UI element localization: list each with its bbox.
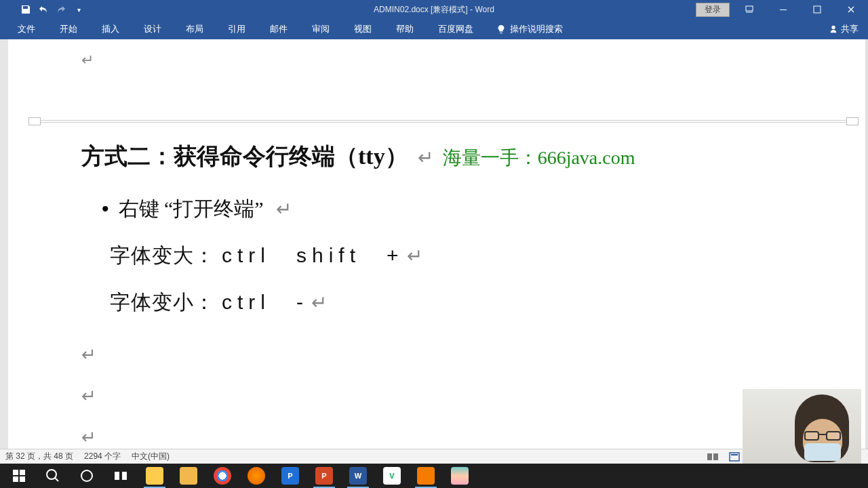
svg-rect-5 (731, 454, 738, 455)
shortcut-keys: ctrl - (222, 289, 309, 317)
heading-line: 方式二：获得命令行终端（tty） ↵ 海量一手：666java.com (81, 141, 825, 172)
svg-point-7 (47, 470, 56, 479)
share-icon (829, 24, 838, 34)
cortana-button[interactable] (71, 464, 103, 488)
webcam-overlay (743, 389, 861, 464)
svg-rect-9 (115, 472, 119, 480)
shortcut-keys: ctrl shift + (222, 242, 404, 270)
taskbar-app-powerpoint[interactable]: P (308, 464, 340, 488)
close-icon[interactable] (837, 0, 865, 19)
svg-rect-1 (780, 9, 787, 10)
tell-me-label: 操作说明搜索 (510, 23, 563, 35)
empty-paragraphs: ↵ ↵ ↵ ↵ (8, 324, 865, 449)
redo-icon[interactable] (56, 4, 66, 15)
login-button[interactable]: 登录 (696, 3, 730, 17)
svg-rect-0 (746, 6, 753, 11)
taskbar-app-folder[interactable] (172, 464, 205, 488)
minimize-icon[interactable] (769, 0, 797, 19)
svg-rect-2 (814, 6, 821, 13)
lightbulb-icon (496, 24, 506, 34)
tab-layout[interactable]: 布局 (178, 20, 212, 38)
maximize-icon[interactable] (803, 0, 831, 19)
soft-return-icon: ↵ (407, 245, 422, 267)
page-break (8, 117, 865, 125)
bullet-icon: • (102, 199, 109, 219)
page-info[interactable]: 第 32 页，共 48 页 (5, 451, 73, 462)
search-button[interactable] (37, 464, 69, 488)
document-viewport[interactable]: ↵ 方式二：获得命令行终端（tty） ↵ 海量一手：666java.com • … (8, 39, 865, 449)
document-content: 方式二：获得命令行终端（tty） ↵ 海量一手：666java.com • 右键… (8, 133, 865, 317)
title-right: 登录 (696, 0, 868, 19)
view-read-icon[interactable] (704, 451, 722, 463)
soft-return-icon: ↵ (276, 198, 292, 220)
heading-text: 方式二：获得命令行终端（tty） (81, 141, 408, 172)
tab-file[interactable]: 文件 (9, 20, 43, 38)
taskbar-app-firefox[interactable] (240, 464, 273, 488)
start-button[interactable] (3, 464, 35, 488)
view-print-icon[interactable] (726, 451, 743, 463)
shortcut-line-bigger: 字体变大： ctrl shift + ↵ (81, 242, 825, 270)
svg-point-8 (81, 470, 92, 481)
tab-help[interactable]: 帮助 (388, 20, 422, 38)
paragraph-mark: ↵ (8, 39, 865, 69)
qat-more-icon[interactable]: ▾ (73, 4, 84, 15)
paragraph-mark: ↵ (8, 386, 865, 407)
watermark-text: 海量一手：666java.com (443, 145, 635, 171)
taskbar-app-paint[interactable] (443, 464, 476, 488)
share-button[interactable]: 共享 (829, 23, 859, 35)
ribbon: 文件 开始 插入 设计 布局 引用 邮件 审阅 视图 帮助 百度网盘 操作说明搜… (0, 19, 868, 39)
task-view-button[interactable] (104, 464, 137, 488)
quick-access-toolbar: ▾ (0, 4, 84, 15)
bullet-text: 右键 “打开终端” (119, 195, 264, 223)
soft-return-icon: ↵ (418, 146, 433, 169)
svg-rect-4 (730, 453, 739, 461)
tell-me[interactable]: 操作说明搜索 (496, 23, 563, 35)
status-bar: 第 32 页，共 48 页 2294 个字 中文(中国) − + (0, 449, 868, 464)
taskbar-app-p[interactable]: P (274, 464, 307, 488)
paragraph-mark: ↵ (8, 427, 865, 448)
ribbon-options-icon[interactable] (735, 0, 764, 19)
save-icon[interactable] (20, 4, 31, 15)
tab-design[interactable]: 设计 (136, 20, 170, 38)
word-count[interactable]: 2294 个字 (84, 451, 121, 462)
vertical-scrollbar[interactable] (865, 39, 868, 449)
bullet-line: • 右键 “打开终端” ↵ (81, 195, 825, 223)
svg-rect-10 (122, 472, 127, 480)
tab-mailings[interactable]: 邮件 (262, 20, 296, 38)
window-title: ADMIN02.docx [兼容模式] - Word (374, 4, 494, 16)
tab-view[interactable]: 视图 (346, 20, 380, 38)
paragraph-mark: ↵ (8, 344, 865, 365)
svg-point-3 (831, 26, 835, 29)
taskbar-app-vnc[interactable]: V (376, 464, 408, 488)
taskbar-app-chrome[interactable] (206, 464, 239, 488)
taskbar: P P W V (0, 464, 868, 488)
tab-review[interactable]: 审阅 (304, 20, 338, 38)
soft-return-icon: ↵ (311, 291, 327, 314)
taskbar-app-word[interactable]: W (342, 464, 374, 488)
language[interactable]: 中文(中国) (132, 451, 170, 462)
shortcut-label: 字体变小： (110, 289, 215, 317)
taskbar-app-vm[interactable] (410, 464, 442, 488)
tab-home[interactable]: 开始 (52, 20, 85, 38)
undo-icon[interactable] (38, 4, 49, 15)
share-label: 共享 (841, 23, 859, 35)
taskbar-app-explorer[interactable] (138, 464, 171, 488)
tab-references[interactable]: 引用 (220, 20, 254, 38)
tab-baidu[interactable]: 百度网盘 (430, 20, 481, 38)
tab-insert[interactable]: 插入 (94, 20, 127, 38)
title-bar: ▾ ADMIN02.docx [兼容模式] - Word 登录 (0, 0, 868, 19)
shortcut-line-smaller: 字体变小： ctrl - ↵ (81, 289, 825, 317)
shortcut-label: 字体变大： (110, 242, 215, 270)
